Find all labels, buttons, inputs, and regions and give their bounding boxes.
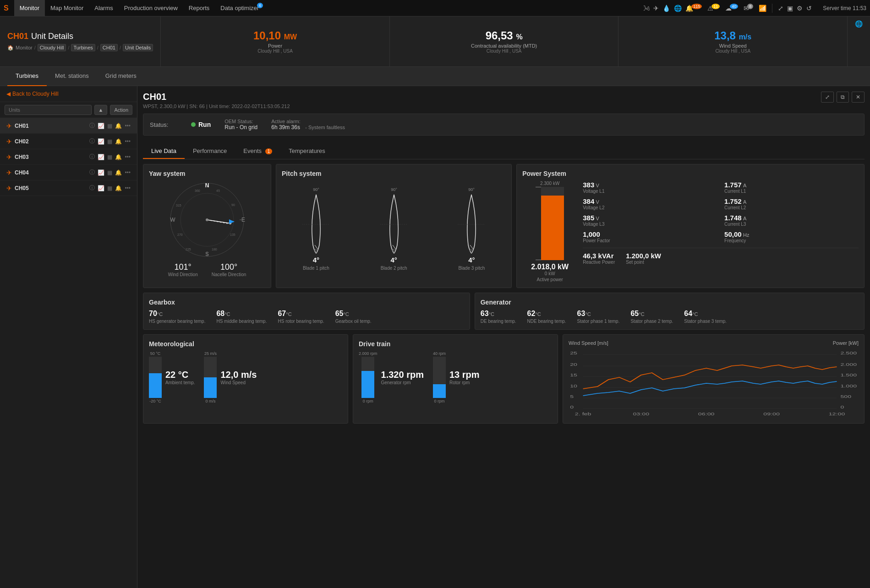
- nav-reports[interactable]: Reports: [183, 0, 215, 16]
- active-alarm: Active alarm: 6h 39m 36s - System faultl…: [271, 119, 345, 131]
- pm-power-factor: 1,000 Power Factor: [583, 230, 717, 243]
- inner-tab-performance[interactable]: Performance: [185, 144, 235, 159]
- back-arrow-icon: ◀: [6, 91, 11, 97]
- expand-icon[interactable]: ⤢: [778, 5, 783, 12]
- inner-tab-events[interactable]: Events 1: [235, 144, 280, 159]
- unit-table-ch05[interactable]: ▦: [107, 185, 112, 191]
- unit-chart-ch05[interactable]: 📈: [98, 185, 104, 191]
- unit-row-ch03[interactable]: ✈ CH03 ⓘ 📈 ▦ 🔔 •••: [0, 149, 137, 165]
- status-label: Status:: [150, 121, 177, 128]
- popout-btn[interactable]: ⧉: [837, 92, 849, 103]
- unit-chart-ch01[interactable]: 📈: [98, 123, 104, 129]
- sidebar-search-input[interactable]: [5, 105, 92, 115]
- unit-more-ch01[interactable]: •••: [125, 123, 131, 129]
- nav-monitor[interactable]: Monitor: [14, 0, 45, 16]
- nav-icon-drop[interactable]: 💧: [662, 5, 670, 12]
- svg-text:10: 10: [570, 384, 577, 389]
- met-title: Meteorological: [149, 340, 342, 348]
- unit-table-ch02[interactable]: ▦: [107, 138, 112, 145]
- rotor-rpm-bar-fill: [433, 384, 446, 398]
- unit-info-ch04[interactable]: ⓘ: [89, 169, 95, 176]
- unit-row-ch02[interactable]: ✈ CH02 ⓘ 📈 ▦ 🔔 •••: [0, 134, 137, 149]
- breadcrumb-cloudy-hill[interactable]: Cloudy Hill: [38, 44, 66, 51]
- unit-info-ch05[interactable]: ⓘ: [89, 184, 95, 192]
- power-bar-fill: [541, 196, 564, 260]
- nav-signal-badge[interactable]: 📶: [759, 5, 766, 12]
- nav-alarms[interactable]: Alarms: [89, 0, 118, 16]
- blade-2: 90° 0° 4° Blade 2 pitch: [378, 185, 410, 271]
- unit-bell-ch03[interactable]: 🔔: [115, 154, 122, 160]
- svg-text:1.500: 1.500: [840, 373, 857, 378]
- gearbox-sensors: 70°C HS generator bearing temp. 68°C HS …: [149, 310, 464, 324]
- unit-row-ch01[interactable]: ✈ CH01 ⓘ 📈 ▦ 🔔 •••: [0, 118, 137, 134]
- nav-production-overview[interactable]: Production overview: [119, 0, 183, 16]
- refresh-icon[interactable]: ↺: [806, 5, 812, 12]
- wind-speed-gauge: 25 m/s 0 m/s 12,0 m/s Wind Speed: [204, 351, 257, 403]
- sidebar-back-btn[interactable]: ◀ Back to Cloudy Hill: [0, 86, 137, 102]
- nav-map-monitor[interactable]: Map Monitor: [45, 0, 89, 16]
- sidebar-action-btn[interactable]: Action: [110, 105, 132, 115]
- inner-tab-temperatures[interactable]: Temperatures: [280, 144, 333, 159]
- breadcrumb-unit-details[interactable]: Unit Details: [123, 44, 153, 51]
- svg-text:0: 0: [570, 405, 574, 410]
- sidebar-sort-btn[interactable]: ▲: [94, 105, 108, 115]
- expand-view-btn[interactable]: ⤢: [821, 92, 834, 103]
- breadcrumb-ch01[interactable]: CH01: [100, 44, 118, 51]
- tab-grid-meters[interactable]: Grid meters: [97, 67, 145, 86]
- unit-chart-ch03[interactable]: 📈: [98, 154, 104, 160]
- unit-table-ch04[interactable]: ▦: [107, 169, 112, 176]
- unit-chart-ch02[interactable]: 📈: [98, 138, 104, 145]
- unit-table-ch03[interactable]: ▦: [107, 154, 112, 160]
- breadcrumb-monitor[interactable]: Monitor: [16, 45, 33, 50]
- breadcrumb-turbines[interactable]: Turbines: [71, 44, 95, 51]
- subheader-stats: 10,10 MW Power Cloudy Hill , USA 96,53 %…: [160, 16, 870, 66]
- unit-info-ch03[interactable]: ⓘ: [89, 153, 95, 161]
- unit-row-ch05[interactable]: ✈ CH05 ⓘ 📈 ▦ 🔔 •••: [0, 180, 137, 196]
- pitch-title: Pitch system: [282, 170, 506, 177]
- server-time: Server time 11:53: [823, 5, 866, 11]
- nav-icon-plane[interactable]: ✈: [653, 5, 659, 12]
- svg-text:90°: 90°: [313, 187, 319, 192]
- nav-cloud-badge[interactable]: ☁40: [725, 5, 740, 12]
- unit-table-ch01[interactable]: ▦: [107, 123, 112, 129]
- sensor-de-bearing: 63°C DE bearing temp.: [481, 310, 516, 324]
- svg-text:12:00: 12:00: [829, 412, 845, 416]
- unit-bell-ch01[interactable]: 🔔: [115, 123, 122, 129]
- unit-info-ch02[interactable]: ⓘ: [89, 137, 95, 145]
- close-btn[interactable]: ✕: [852, 92, 865, 103]
- sidebar: ◀ Back to Cloudy Hill ▲ Action ✈ CH01 ⓘ …: [0, 86, 137, 588]
- unit-more-ch04[interactable]: •••: [125, 169, 131, 176]
- unit-bell-ch04[interactable]: 🔔: [115, 169, 122, 176]
- tab-met-stations[interactable]: Met. stations: [47, 67, 97, 86]
- inner-tab-live-data[interactable]: Live Data: [143, 144, 185, 159]
- stat-avail-value: 96,53 %: [486, 29, 523, 42]
- unit-more-ch05[interactable]: •••: [125, 185, 131, 191]
- unit-more-ch02[interactable]: •••: [125, 138, 131, 145]
- wind-icon[interactable]: 🌬: [643, 5, 650, 12]
- power-min-label: 0 kW: [545, 271, 555, 276]
- card-yaw-system: Yaw system N S E W: [143, 164, 271, 288]
- sensor-hs-gen-bearing: 70°C HS generator bearing temp.: [149, 310, 205, 324]
- unit-chart-ch04[interactable]: 📈: [98, 169, 104, 176]
- unit-bell-ch02[interactable]: 🔔: [115, 138, 122, 145]
- unit-info-ch01[interactable]: ⓘ: [89, 122, 95, 130]
- nav-warning-badge[interactable]: ⚠11: [707, 5, 722, 12]
- nav-message-badge[interactable]: ✉8: [744, 5, 755, 12]
- unit-header-actions: ⤢ ⧉ ✕: [821, 92, 865, 103]
- nav-icon-globe[interactable]: 🌐: [674, 5, 682, 12]
- tab-turbines[interactable]: Turbines: [7, 67, 47, 86]
- window-icon[interactable]: ▣: [787, 5, 793, 12]
- svg-text:225: 225: [186, 248, 191, 251]
- unit-row-ch04[interactable]: ✈ CH04 ⓘ 📈 ▦ 🔔 •••: [0, 165, 137, 180]
- settings-icon[interactable]: ⚙: [797, 5, 803, 12]
- nav-data-optimizer[interactable]: Data optimizer 6: [215, 0, 270, 16]
- nav-alarm-badge[interactable]: 🔔115: [685, 5, 704, 12]
- stat-gps[interactable]: 🌐: [847, 16, 870, 66]
- sensor-stator-1: 63°C Stator phase 1 temp.: [577, 310, 620, 324]
- pm-a-l3: 1.748 A Current L3: [724, 214, 859, 227]
- unit-more-ch03[interactable]: •••: [125, 154, 131, 160]
- svg-text:270: 270: [177, 233, 183, 236]
- topnav-icon-area: 🌬 ✈ 💧 🌐 🔔115 ⚠11 ☁40 ✉8 📶 ⤢ ▣ ⚙ ↺ Server…: [643, 4, 866, 13]
- sensor-gearbox-oil: 65°C Gearbox oil temp.: [335, 310, 372, 324]
- unit-bell-ch05[interactable]: 🔔: [115, 185, 122, 191]
